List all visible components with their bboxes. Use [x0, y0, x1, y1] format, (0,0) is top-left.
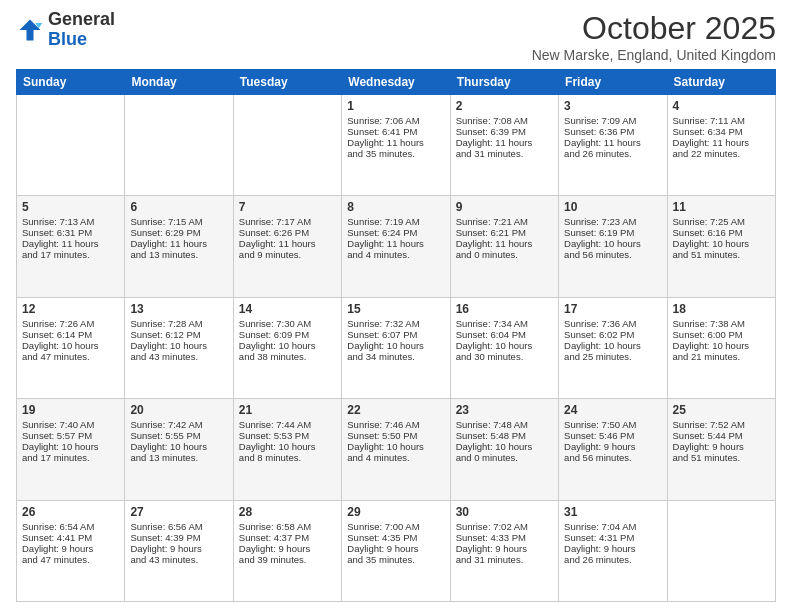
sunset-text: Sunset: 6:26 PM: [239, 227, 336, 238]
daylight-text: and 56 minutes.: [564, 249, 661, 260]
page: General Blue October 2025 New Marske, En…: [0, 0, 792, 612]
day-number: 25: [673, 403, 770, 417]
sunrise-text: Sunrise: 7:32 AM: [347, 318, 444, 329]
sunset-text: Sunset: 6:24 PM: [347, 227, 444, 238]
daylight-text: Daylight: 11 hours: [456, 137, 553, 148]
day-number: 28: [239, 505, 336, 519]
day-number: 15: [347, 302, 444, 316]
day-number: 3: [564, 99, 661, 113]
sunrise-text: Sunrise: 7:38 AM: [673, 318, 770, 329]
daylight-text: Daylight: 10 hours: [22, 340, 119, 351]
daylight-text: Daylight: 9 hours: [673, 441, 770, 452]
day-cell: 24Sunrise: 7:50 AMSunset: 5:46 PMDayligh…: [559, 399, 667, 500]
daylight-text: and 26 minutes.: [564, 554, 661, 565]
sunset-text: Sunset: 6:39 PM: [456, 126, 553, 137]
day-number: 7: [239, 200, 336, 214]
daylight-text: Daylight: 10 hours: [456, 340, 553, 351]
sunset-text: Sunset: 5:55 PM: [130, 430, 227, 441]
daylight-text: and 17 minutes.: [22, 249, 119, 260]
day-number: 1: [347, 99, 444, 113]
daylight-text: and 21 minutes.: [673, 351, 770, 362]
day-number: 23: [456, 403, 553, 417]
sunrise-text: Sunrise: 7:02 AM: [456, 521, 553, 532]
day-number: 26: [22, 505, 119, 519]
sunset-text: Sunset: 5:46 PM: [564, 430, 661, 441]
daylight-text: and 13 minutes.: [130, 249, 227, 260]
sunrise-text: Sunrise: 7:52 AM: [673, 419, 770, 430]
daylight-text: and 9 minutes.: [239, 249, 336, 260]
day-cell: 2Sunrise: 7:08 AMSunset: 6:39 PMDaylight…: [450, 95, 558, 196]
daylight-text: Daylight: 9 hours: [564, 543, 661, 554]
daylight-text: Daylight: 10 hours: [456, 441, 553, 452]
daylight-text: and 13 minutes.: [130, 452, 227, 463]
sunset-text: Sunset: 6:16 PM: [673, 227, 770, 238]
daylight-text: and 25 minutes.: [564, 351, 661, 362]
col-sunday: Sunday: [17, 70, 125, 95]
day-cell: 28Sunrise: 6:58 AMSunset: 4:37 PMDayligh…: [233, 500, 341, 601]
day-cell: 6Sunrise: 7:15 AMSunset: 6:29 PMDaylight…: [125, 196, 233, 297]
day-cell: [667, 500, 775, 601]
day-number: 19: [22, 403, 119, 417]
day-number: 13: [130, 302, 227, 316]
day-number: 4: [673, 99, 770, 113]
day-number: 9: [456, 200, 553, 214]
sunrise-text: Sunrise: 7:46 AM: [347, 419, 444, 430]
daylight-text: and 4 minutes.: [347, 452, 444, 463]
day-cell: 17Sunrise: 7:36 AMSunset: 6:02 PMDayligh…: [559, 297, 667, 398]
col-wednesday: Wednesday: [342, 70, 450, 95]
week-row-5: 26Sunrise: 6:54 AMSunset: 4:41 PMDayligh…: [17, 500, 776, 601]
daylight-text: Daylight: 10 hours: [673, 340, 770, 351]
daylight-text: Daylight: 9 hours: [564, 441, 661, 452]
daylight-text: Daylight: 10 hours: [347, 441, 444, 452]
daylight-text: and 17 minutes.: [22, 452, 119, 463]
logo-text: General Blue: [48, 10, 115, 50]
daylight-text: Daylight: 10 hours: [564, 238, 661, 249]
sunrise-text: Sunrise: 7:25 AM: [673, 216, 770, 227]
sunset-text: Sunset: 6:19 PM: [564, 227, 661, 238]
sunrise-text: Sunrise: 7:17 AM: [239, 216, 336, 227]
week-row-4: 19Sunrise: 7:40 AMSunset: 5:57 PMDayligh…: [17, 399, 776, 500]
day-number: 18: [673, 302, 770, 316]
sunrise-text: Sunrise: 7:00 AM: [347, 521, 444, 532]
sunset-text: Sunset: 5:50 PM: [347, 430, 444, 441]
logo-blue: Blue: [48, 29, 87, 49]
day-cell: 9Sunrise: 7:21 AMSunset: 6:21 PMDaylight…: [450, 196, 558, 297]
sunrise-text: Sunrise: 7:04 AM: [564, 521, 661, 532]
day-number: 14: [239, 302, 336, 316]
daylight-text: Daylight: 9 hours: [456, 543, 553, 554]
day-cell: 5Sunrise: 7:13 AMSunset: 6:31 PMDaylight…: [17, 196, 125, 297]
col-tuesday: Tuesday: [233, 70, 341, 95]
daylight-text: and 39 minutes.: [239, 554, 336, 565]
day-number: 10: [564, 200, 661, 214]
day-number: 6: [130, 200, 227, 214]
month-title: October 2025: [532, 10, 776, 47]
day-cell: 13Sunrise: 7:28 AMSunset: 6:12 PMDayligh…: [125, 297, 233, 398]
daylight-text: and 51 minutes.: [673, 249, 770, 260]
day-cell: 23Sunrise: 7:48 AMSunset: 5:48 PMDayligh…: [450, 399, 558, 500]
daylight-text: Daylight: 11 hours: [130, 238, 227, 249]
day-cell: 1Sunrise: 7:06 AMSunset: 6:41 PMDaylight…: [342, 95, 450, 196]
sunrise-text: Sunrise: 7:50 AM: [564, 419, 661, 430]
logo-general: General: [48, 9, 115, 29]
logo-icon: [16, 16, 44, 44]
daylight-text: and 38 minutes.: [239, 351, 336, 362]
day-number: 12: [22, 302, 119, 316]
daylight-text: and 31 minutes.: [456, 148, 553, 159]
sunset-text: Sunset: 6:04 PM: [456, 329, 553, 340]
daylight-text: Daylight: 11 hours: [456, 238, 553, 249]
day-cell: 12Sunrise: 7:26 AMSunset: 6:14 PMDayligh…: [17, 297, 125, 398]
col-monday: Monday: [125, 70, 233, 95]
day-cell: 26Sunrise: 6:54 AMSunset: 4:41 PMDayligh…: [17, 500, 125, 601]
daylight-text: and 22 minutes.: [673, 148, 770, 159]
day-cell: 7Sunrise: 7:17 AMSunset: 6:26 PMDaylight…: [233, 196, 341, 297]
sunrise-text: Sunrise: 7:42 AM: [130, 419, 227, 430]
daylight-text: and 43 minutes.: [130, 554, 227, 565]
sunrise-text: Sunrise: 7:48 AM: [456, 419, 553, 430]
sunset-text: Sunset: 6:02 PM: [564, 329, 661, 340]
daylight-text: Daylight: 10 hours: [673, 238, 770, 249]
daylight-text: Daylight: 10 hours: [564, 340, 661, 351]
day-number: 22: [347, 403, 444, 417]
daylight-text: and 34 minutes.: [347, 351, 444, 362]
daylight-text: Daylight: 10 hours: [239, 340, 336, 351]
daylight-text: and 4 minutes.: [347, 249, 444, 260]
